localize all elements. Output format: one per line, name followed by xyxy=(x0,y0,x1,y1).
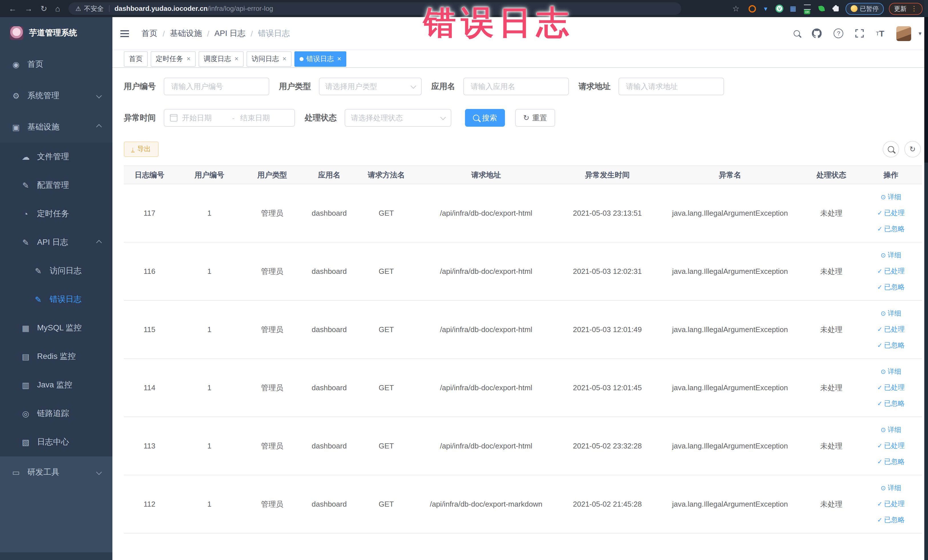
update-badge[interactable]: 更新 ⋮ xyxy=(889,3,923,15)
address-bar[interactable]: ⚠ 不安全 dashboard.yudao.iocoder.cn/infra/l… xyxy=(69,2,681,15)
screen: ← → ↻ ⌂ ⚠ 不安全 dashboard.yudao.iocoder.cn… xyxy=(0,0,928,560)
page-scrollbar[interactable] xyxy=(924,0,928,560)
row-action-detail[interactable]: ⊙详细 xyxy=(881,309,901,318)
row-action-ignored[interactable]: ✓已忽略 xyxy=(877,516,905,524)
toggle-search-button[interactable] xyxy=(883,141,899,157)
view-tab[interactable]: 调度日志× xyxy=(198,51,244,67)
extension-v-icon[interactable]: ▼ xyxy=(761,4,770,13)
paused-profile-badge[interactable]: 已暂停 xyxy=(846,3,884,15)
scrollbar-thumb[interactable] xyxy=(924,17,928,163)
sidebar-item-system[interactable]: ⚙系统管理 xyxy=(0,80,112,111)
extension-target-icon[interactable] xyxy=(749,5,756,12)
hamburger-icon[interactable] xyxy=(121,33,129,34)
font-size-icon[interactable]: TT xyxy=(876,29,884,38)
row-action-processed[interactable]: ✓已处理 xyxy=(877,267,905,276)
row-action-processed[interactable]: ✓已处理 xyxy=(877,325,905,334)
sidebar-item-label: 日志中心 xyxy=(37,437,69,447)
user-id-input[interactable] xyxy=(164,78,269,95)
extension-switch-icon[interactable]: on xyxy=(803,4,812,13)
app-logo xyxy=(10,26,23,40)
row-action-processed[interactable]: ✓已处理 xyxy=(877,500,905,508)
sidebar-item-file[interactable]: ☁文件管理 xyxy=(0,143,112,171)
sidebar-item-infrastructure[interactable]: ▣基础设施 xyxy=(0,111,112,143)
github-icon[interactable] xyxy=(812,29,822,38)
extension-vue-icon[interactable]: V xyxy=(775,5,783,12)
extensions-puzzle-icon[interactable] xyxy=(831,4,840,13)
active-tab-dot xyxy=(299,57,304,61)
gear-icon: ⚙ xyxy=(11,91,21,100)
refresh-table-button[interactable]: ↻ xyxy=(904,141,921,157)
view-tab[interactable]: 访问日志× xyxy=(246,51,292,67)
sidebar-item-home[interactable]: ◉首页 xyxy=(0,49,112,80)
row-action-ignored[interactable]: ✓已忽略 xyxy=(877,400,905,408)
fullscreen-icon[interactable] xyxy=(856,29,864,38)
document-edit-icon: ✎ xyxy=(34,267,43,276)
row-action-ignored[interactable]: ✓已忽略 xyxy=(877,283,905,291)
extension-grid-icon[interactable]: ▦ xyxy=(789,4,798,13)
app-name-input[interactable] xyxy=(463,78,569,95)
help-icon[interactable]: ? xyxy=(834,29,844,38)
check-icon: ✓ xyxy=(877,267,882,276)
sidebar-item-error-log[interactable]: ✎错误日志 xyxy=(0,285,112,314)
user-avatar[interactable] xyxy=(896,26,911,41)
breadcrumb-item[interactable]: 基础设施 xyxy=(170,28,202,38)
reload-icon[interactable]: ↻ xyxy=(41,0,47,17)
close-tab-icon[interactable]: × xyxy=(186,55,191,63)
close-tab-icon[interactable]: × xyxy=(282,55,286,63)
row-action-ignored[interactable]: ✓已忽略 xyxy=(877,458,905,466)
row-action-processed[interactable]: ✓已处理 xyxy=(877,442,905,450)
row-action-detail[interactable]: ⊙详细 xyxy=(881,368,901,376)
security-warning-icon[interactable]: ⚠ xyxy=(75,5,81,12)
browser-menu-icon[interactable]: ⋮ xyxy=(911,5,917,12)
breadcrumb-item[interactable]: 首页 xyxy=(142,28,157,38)
sidebar-item-access-log[interactable]: ✎访问日志 xyxy=(0,257,112,285)
url-path: /infra/log/api-error-log xyxy=(208,5,273,12)
row-action-detail[interactable]: ⊙详细 xyxy=(881,251,901,259)
sidebar-item-redis[interactable]: ▤Redis 监控 xyxy=(0,342,112,371)
close-tab-icon[interactable]: × xyxy=(337,55,341,63)
table-row: 1171管理员dashboardGET/api/infra/db-doc/exp… xyxy=(124,184,922,242)
sidebar-item-label: 配置管理 xyxy=(37,180,69,191)
sidebar-item-api-log[interactable]: ✎API 日志 xyxy=(0,228,112,257)
bookmark-star-icon[interactable]: ☆ xyxy=(732,0,739,17)
cell-app: dashboard xyxy=(301,184,358,242)
row-action-detail[interactable]: ⊙详细 xyxy=(881,484,901,492)
extension-leaf-icon[interactable] xyxy=(817,4,826,13)
row-action-processed[interactable]: ✓已处理 xyxy=(877,383,905,392)
forward-icon[interactable]: → xyxy=(24,0,32,17)
sidebar-item-job[interactable]: ◔定时任务 xyxy=(0,200,112,228)
view-tab[interactable]: 首页 xyxy=(124,51,148,67)
row-action-ignored[interactable]: ✓已忽略 xyxy=(877,341,905,350)
sidebar-item-java[interactable]: ▥Java 监控 xyxy=(0,371,112,400)
reset-button[interactable]: ↻ 重置 xyxy=(515,109,555,127)
view-tab[interactable]: 定时任务× xyxy=(151,51,196,67)
app-logo-row[interactable]: 芋道管理系统 xyxy=(0,17,112,49)
row-action-processed[interactable]: ✓已处理 xyxy=(877,209,905,217)
browser-home-icon[interactable]: ⌂ xyxy=(55,0,60,17)
sidebar-item-dev-tools[interactable]: ▭研发工具 xyxy=(0,456,112,488)
check-icon: ✓ xyxy=(877,442,882,450)
sidebar-item-log-center[interactable]: ▧日志中心 xyxy=(0,428,112,456)
row-action-detail[interactable]: ⊙详细 xyxy=(881,426,901,434)
breadcrumb-item[interactable]: API 日志 xyxy=(215,28,246,38)
exception-time-range-picker[interactable]: 开始日期 - 结束日期 xyxy=(164,109,295,127)
search-button[interactable]: 搜索 xyxy=(465,109,505,127)
row-action-ignored[interactable]: ✓已忽略 xyxy=(877,225,905,233)
user-type-select[interactable]: 请选择用户类型 xyxy=(319,78,422,95)
sidebar-item-mysql[interactable]: ▦MySQL 监控 xyxy=(0,314,112,342)
check-icon: ✓ xyxy=(877,225,882,233)
app-title: 芋道管理系统 xyxy=(29,27,77,38)
export-button[interactable]: ↓ 导出 xyxy=(124,142,158,157)
view-tab[interactable]: 错误日志× xyxy=(295,51,346,67)
sidebar-item-config[interactable]: ✎配置管理 xyxy=(0,171,112,200)
avatar-caret-icon[interactable]: ▾ xyxy=(919,30,922,37)
process-status-select[interactable]: 请选择处理状态 xyxy=(345,109,451,127)
close-tab-icon[interactable]: × xyxy=(235,55,238,63)
search-icon[interactable] xyxy=(794,30,800,37)
page-content: 用户编号 用户类型 请选择用户类型 应用名 请求地址 异常时间 xyxy=(112,68,928,560)
row-action-label: 已忽略 xyxy=(884,400,905,408)
request-url-input[interactable] xyxy=(618,78,724,95)
back-icon[interactable]: ← xyxy=(9,0,17,17)
sidebar-item-tracer[interactable]: ◎链路追踪 xyxy=(0,400,112,428)
row-action-detail[interactable]: ⊙详细 xyxy=(881,193,901,201)
